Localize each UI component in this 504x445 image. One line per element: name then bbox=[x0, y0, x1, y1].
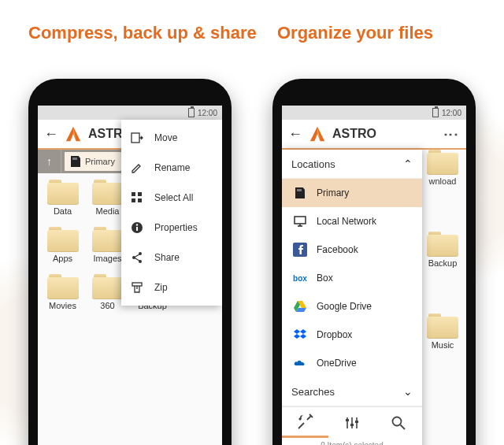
astro-logo-icon bbox=[309, 125, 326, 143]
folder-icon bbox=[47, 274, 79, 299]
svg-rect-6 bbox=[138, 198, 142, 202]
menu-move[interactable]: Move bbox=[121, 123, 222, 153]
selection-count: 0 Item(s) selected bbox=[282, 438, 422, 445]
filters-tab[interactable] bbox=[328, 407, 375, 438]
menu-select-all[interactable]: Select All bbox=[121, 183, 222, 213]
phone-mockup-left: 12:00 ← ASTRO ↑ Primary Data Media Apps … bbox=[28, 79, 232, 445]
location-label: Facebook bbox=[317, 244, 358, 255]
menu-properties[interactable]: Properties bbox=[121, 213, 222, 243]
info-icon bbox=[131, 221, 143, 234]
back-button[interactable]: ← bbox=[44, 126, 58, 143]
onedrive-icon bbox=[293, 356, 307, 370]
folder-item[interactable]: wnload bbox=[424, 150, 461, 186]
location-google-drive[interactable]: Google Drive bbox=[282, 292, 422, 321]
svg-marker-22 bbox=[300, 329, 306, 334]
menu-zip[interactable]: Zip bbox=[121, 273, 222, 302]
location-box[interactable]: box Box bbox=[282, 264, 422, 292]
dropbox-icon bbox=[293, 328, 307, 342]
folder-item[interactable]: Data bbox=[41, 180, 84, 216]
svg-rect-26 bbox=[350, 424, 354, 426]
svg-rect-5 bbox=[132, 198, 135, 202]
rename-icon bbox=[131, 161, 143, 174]
folder-item[interactable]: Apps bbox=[41, 227, 84, 263]
screen-right: 12:00 ← ASTRO ⋮ wnload Backup Music Loca… bbox=[282, 106, 466, 445]
svg-marker-24 bbox=[300, 334, 306, 339]
status-bar: 12:00 bbox=[282, 106, 466, 120]
location-label: OneDrive bbox=[317, 358, 357, 369]
sd-card-icon bbox=[293, 186, 307, 200]
background-folders: wnload Backup Music bbox=[422, 150, 463, 350]
breadcrumb-label: Primary bbox=[85, 157, 115, 166]
folder-label: wnload bbox=[429, 176, 457, 186]
svg-rect-2 bbox=[132, 133, 139, 143]
zip-icon bbox=[131, 281, 143, 294]
breadcrumb-primary[interactable]: Primary bbox=[65, 152, 121, 171]
status-bar: 12:00 bbox=[38, 106, 222, 120]
status-time: 12:00 bbox=[198, 109, 217, 117]
heading-right: Organize your files bbox=[277, 22, 433, 44]
svg-rect-27 bbox=[355, 421, 358, 423]
chevron-up-icon: ⌃ bbox=[403, 158, 413, 170]
svg-marker-21 bbox=[294, 329, 300, 334]
location-dropbox[interactable]: Dropbox bbox=[282, 321, 422, 349]
location-label: Dropbox bbox=[317, 329, 352, 340]
folder-label: Images bbox=[93, 254, 121, 263]
search-tab[interactable] bbox=[376, 407, 422, 438]
folder-icon bbox=[92, 227, 124, 252]
nav-drawer: Locations ⌃ Primary Local Network Facebo… bbox=[282, 150, 422, 445]
folder-item[interactable]: Music bbox=[424, 313, 461, 350]
section-label: Searches bbox=[291, 386, 335, 398]
svg-point-9 bbox=[136, 224, 138, 225]
searches-section-header[interactable]: Searches ⌄ bbox=[282, 377, 422, 406]
location-facebook[interactable]: Facebook bbox=[282, 235, 422, 264]
location-label: Box bbox=[317, 273, 333, 284]
battery-icon bbox=[432, 108, 439, 117]
location-local-network[interactable]: Local Network bbox=[282, 207, 422, 235]
nav-up-button[interactable]: ↑ bbox=[38, 150, 61, 173]
svg-rect-13 bbox=[132, 283, 142, 286]
svg-rect-25 bbox=[346, 419, 349, 421]
astro-logo-icon bbox=[65, 125, 82, 143]
svg-rect-3 bbox=[132, 192, 135, 196]
location-label: Local Network bbox=[317, 216, 376, 227]
location-primary[interactable]: Primary bbox=[282, 179, 422, 207]
status-time: 12:00 bbox=[442, 109, 461, 117]
svg-rect-8 bbox=[136, 227, 138, 231]
share-icon bbox=[131, 251, 143, 264]
folder-label: Music bbox=[432, 340, 454, 350]
folder-icon bbox=[92, 180, 124, 205]
menu-rename[interactable]: Rename bbox=[121, 153, 222, 183]
folder-label: Movies bbox=[49, 301, 76, 310]
folder-icon bbox=[427, 150, 458, 175]
locations-section-header[interactable]: Locations ⌃ bbox=[282, 150, 422, 179]
menu-label: Zip bbox=[154, 282, 168, 293]
tools-tab[interactable] bbox=[282, 407, 328, 438]
context-menu: Move Rename Select All Properties Share … bbox=[121, 120, 222, 306]
section-label: Locations bbox=[291, 158, 335, 170]
svg-marker-23 bbox=[294, 334, 300, 339]
app-title: ASTRO bbox=[332, 127, 376, 141]
location-onedrive[interactable]: OneDrive bbox=[282, 349, 422, 377]
menu-label: Select All bbox=[154, 192, 193, 203]
move-icon bbox=[131, 132, 143, 144]
folder-label: Apps bbox=[53, 254, 72, 263]
folder-label: Media bbox=[96, 206, 120, 216]
menu-label: Move bbox=[154, 132, 177, 143]
facebook-icon bbox=[293, 243, 307, 257]
svg-rect-4 bbox=[138, 192, 142, 196]
folder-item[interactable]: Movies bbox=[41, 274, 84, 310]
back-button[interactable]: ← bbox=[288, 126, 302, 143]
folder-label: 360 bbox=[100, 301, 114, 310]
folder-icon bbox=[427, 313, 458, 339]
folder-item[interactable]: Backup bbox=[424, 232, 461, 268]
screen-left: 12:00 ← ASTRO ↑ Primary Data Media Apps … bbox=[38, 106, 222, 445]
folder-icon bbox=[47, 180, 79, 205]
menu-share[interactable]: Share bbox=[121, 243, 222, 273]
svg-point-28 bbox=[393, 417, 402, 425]
select-all-icon bbox=[131, 191, 143, 204]
drawer-toolbar bbox=[282, 406, 422, 438]
phone-mockup-right: 12:00 ← ASTRO ⋮ wnload Backup Music Loca… bbox=[272, 79, 476, 445]
location-label: Google Drive bbox=[317, 301, 372, 312]
app-bar: ← ASTRO ⋮ bbox=[282, 120, 466, 150]
more-menu-button[interactable]: ⋮ bbox=[443, 128, 460, 141]
